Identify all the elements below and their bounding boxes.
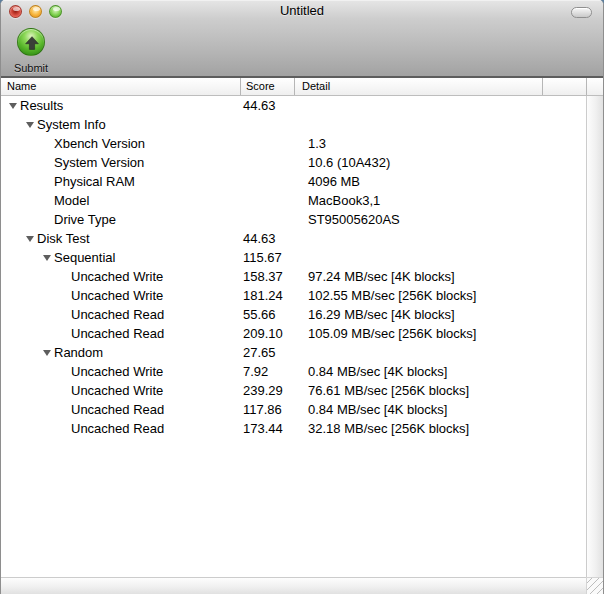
column-header-name[interactable]: Name <box>1 78 240 95</box>
row-name-cell: Sequential <box>1 248 240 267</box>
table-rows: Results 44.63 System Info Xbench Version… <box>1 96 586 438</box>
disclosure-triangle-icon[interactable] <box>26 122 34 128</box>
row-name: Uncached Write <box>71 362 163 381</box>
row-name: System Info <box>37 115 106 134</box>
row-score: 209.10 <box>240 324 301 343</box>
row-name-cell: Uncached Read <box>1 324 240 343</box>
horizontal-scrollbar[interactable] <box>1 577 586 594</box>
row-detail: 102.55 MB/sec [256K blocks] <box>301 286 586 305</box>
table-row[interactable]: Uncached Read 209.10 105.09 MB/sec [256K… <box>1 324 586 343</box>
table-row[interactable]: Results 44.63 <box>1 96 586 115</box>
row-name-cell: System Info <box>1 115 240 134</box>
row-name: Uncached Read <box>71 324 164 343</box>
row-score <box>240 191 301 210</box>
row-detail <box>301 248 586 267</box>
row-score: 181.24 <box>240 286 301 305</box>
table-row[interactable]: Sequential 115.67 <box>1 248 586 267</box>
table-row[interactable]: Model MacBook3,1 <box>1 191 586 210</box>
table-row[interactable]: Physical RAM 4096 MB <box>1 172 586 191</box>
row-score: 55.66 <box>240 305 301 324</box>
row-detail <box>301 96 586 115</box>
titlebar[interactable]: Untitled <box>1 0 603 22</box>
disclosure-triangle-icon[interactable] <box>43 350 51 356</box>
disclosure-triangle-icon[interactable] <box>26 236 34 242</box>
table-row[interactable]: Random 27.65 <box>1 343 586 362</box>
vertical-scrollbar[interactable] <box>586 96 603 577</box>
row-name: Results <box>20 96 63 115</box>
row-name-cell: Uncached Write <box>1 267 240 286</box>
row-name: Uncached Read <box>71 305 164 324</box>
column-header-detail[interactable]: Detail <box>294 78 542 95</box>
row-score: 27.65 <box>240 343 301 362</box>
row-name: Sequential <box>54 248 115 267</box>
xbench-window: Untitled Submit Name Score Detail Result… <box>0 0 604 594</box>
row-name-cell: Uncached Write <box>1 286 240 305</box>
row-detail: 105.09 MB/sec [256K blocks] <box>301 324 586 343</box>
row-name: Xbench Version <box>54 134 145 153</box>
table-row[interactable]: Uncached Read 55.66 16.29 MB/sec [4K blo… <box>1 305 586 324</box>
row-name: Uncached Write <box>71 267 163 286</box>
resize-grip-icon[interactable] <box>586 577 603 594</box>
submit-label: Submit <box>9 62 53 74</box>
row-name-cell: Uncached Write <box>1 381 240 400</box>
disclosure-triangle-icon[interactable] <box>9 103 17 109</box>
row-detail: 10.6 (10A432) <box>301 153 586 172</box>
table-row[interactable]: Drive Type ST95005620AS <box>1 210 586 229</box>
row-name: Disk Test <box>37 229 90 248</box>
table-row[interactable]: Uncached Read 173.44 32.18 MB/sec [256K … <box>1 419 586 438</box>
row-detail <box>301 115 586 134</box>
row-score: 158.37 <box>240 267 301 286</box>
table-row[interactable]: Xbench Version 1.3 <box>1 134 586 153</box>
row-name-cell: Results <box>1 96 240 115</box>
row-detail: MacBook3,1 <box>301 191 586 210</box>
scrollbar-header-corner <box>586 78 603 95</box>
toolbar-toggle-button[interactable] <box>571 7 592 18</box>
row-name-cell: Drive Type <box>1 210 240 229</box>
column-header-score[interactable]: Score <box>240 78 294 95</box>
disclosure-triangle-icon[interactable] <box>43 255 51 261</box>
row-name: Physical RAM <box>54 172 135 191</box>
row-detail: 1.3 <box>301 134 586 153</box>
row-detail: 76.61 MB/sec [256K blocks] <box>301 381 586 400</box>
table-row[interactable]: System Info <box>1 115 586 134</box>
row-score: 7.92 <box>240 362 301 381</box>
table-row[interactable]: Disk Test 44.63 <box>1 229 586 248</box>
row-score <box>240 134 301 153</box>
row-score <box>240 115 301 134</box>
row-name-cell: Model <box>1 191 240 210</box>
row-name: Uncached Write <box>71 286 163 305</box>
row-score: 239.29 <box>240 381 301 400</box>
row-name: System Version <box>54 153 144 172</box>
table-row[interactable]: Uncached Read 117.86 0.84 MB/sec [4K blo… <box>1 400 586 419</box>
row-score <box>240 210 301 229</box>
row-name-cell: Uncached Read <box>1 400 240 419</box>
row-detail: 0.84 MB/sec [4K blocks] <box>301 400 586 419</box>
submit-button[interactable]: Submit <box>9 28 53 74</box>
row-score <box>240 153 301 172</box>
row-score: 173.44 <box>240 419 301 438</box>
row-score: 115.67 <box>240 248 301 267</box>
table-row[interactable]: System Version 10.6 (10A432) <box>1 153 586 172</box>
table-row[interactable]: Uncached Write 7.92 0.84 MB/sec [4K bloc… <box>1 362 586 381</box>
row-name-cell: Disk Test <box>1 229 240 248</box>
window-title: Untitled <box>1 0 603 22</box>
row-name: Random <box>54 343 103 362</box>
row-detail: 97.24 MB/sec [4K blocks] <box>301 267 586 286</box>
table-row[interactable]: Uncached Write 181.24 102.55 MB/sec [256… <box>1 286 586 305</box>
row-detail: 32.18 MB/sec [256K blocks] <box>301 419 586 438</box>
table-row[interactable]: Uncached Write 158.37 97.24 MB/sec [4K b… <box>1 267 586 286</box>
row-name-cell: Uncached Read <box>1 305 240 324</box>
row-name: Uncached Read <box>71 419 164 438</box>
row-name-cell: Random <box>1 343 240 362</box>
row-score: 44.63 <box>240 96 301 115</box>
submit-upload-icon <box>17 28 45 56</box>
row-name-cell: Uncached Write <box>1 362 240 381</box>
row-detail: 4096 MB <box>301 172 586 191</box>
row-name: Drive Type <box>54 210 116 229</box>
row-name-cell: Uncached Read <box>1 419 240 438</box>
row-score <box>240 172 301 191</box>
table-row[interactable]: Uncached Write 239.29 76.61 MB/sec [256K… <box>1 381 586 400</box>
row-name: Model <box>54 191 89 210</box>
row-name-cell: System Version <box>1 153 240 172</box>
row-detail <box>301 229 586 248</box>
